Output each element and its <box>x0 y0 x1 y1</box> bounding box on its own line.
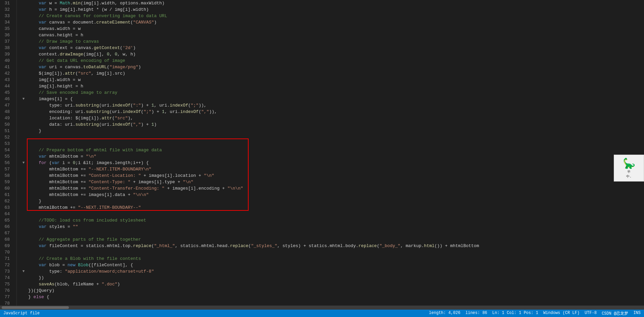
editor-container: 3132333435363738394041424344454647484950… <box>0 0 644 317</box>
status-bar: JavaScript file length: 4,026 lines: 86 … <box>0 310 644 317</box>
line-numbers: 3132333435363738394041424344454647484950… <box>0 0 17 306</box>
code-text <box>27 134 31 141</box>
lines-info: lines: 86 <box>465 311 487 316</box>
code-text: var canvas = document.createElement("CAN… <box>27 19 157 26</box>
line-number: 37 <box>0 38 12 45</box>
line-number: 31 <box>0 0 12 6</box>
code-text: canvas.width = w <box>27 26 81 32</box>
line-number: 65 <box>0 217 12 224</box>
code-line: mhtmlBottom += images[i].data + "\n\n" <box>20 192 644 198</box>
line-number: 48 <box>0 109 12 115</box>
line-number: 41 <box>0 64 12 70</box>
code-text: })(jQuery) <box>27 287 54 294</box>
code-line: var w = Math.min(img[i].width, options.m… <box>20 0 644 6</box>
code-line: //TODO: load css from included styleshee… <box>20 217 644 224</box>
code-line: canvas.width = w <box>20 26 644 32</box>
fold-gutter[interactable]: ▼ <box>20 96 27 102</box>
horizontal-scrollbar[interactable] <box>0 306 644 310</box>
line-number: 32 <box>0 6 12 13</box>
line-number: 54 <box>0 147 12 153</box>
code-text: saveAs(blob, fileName + ".doc") <box>27 281 120 287</box>
line-number: 35 <box>0 26 12 32</box>
length-info: length: 4,026 <box>429 311 461 316</box>
code-line <box>20 211 644 217</box>
encoding: UTF-8 <box>585 311 597 316</box>
code-line: mhtmlBottom += "Content-Type: " + images… <box>20 179 644 185</box>
code-line: var mhtmlBottom = "\n" <box>20 153 644 160</box>
code-line <box>20 300 644 306</box>
line-number: 76 <box>0 287 12 294</box>
code-line: img[i].width = w <box>20 77 644 83</box>
code-text: var styles = "" <box>27 224 78 230</box>
code-text: type: "application/msword;charset=utf-8" <box>27 268 154 275</box>
fold-gutter[interactable]: ▼ <box>20 160 27 166</box>
line-number: 57 <box>0 166 12 172</box>
dino-text: 半 中. <box>626 170 632 179</box>
line-number: 67 <box>0 230 12 236</box>
code-text: canvas.height = h <box>27 32 83 38</box>
code-line: mhtmlBottom += "--NEXT.ITEM-BOUNDARY--" <box>20 204 644 211</box>
ins-mode: INS <box>633 311 641 316</box>
scrollbar-thumb[interactable] <box>2 306 69 309</box>
code-text <box>27 211 31 217</box>
code-line: // Prepare bottom of mhtml file with ima… <box>20 147 644 153</box>
code-text <box>27 249 31 255</box>
line-number: 45 <box>0 89 12 96</box>
line-number: 70 <box>0 249 12 255</box>
dino-widget[interactable]: 🦕 半 中. <box>614 155 644 182</box>
code-text: // Create canvas for converting image to… <box>27 13 167 19</box>
code-line: var fileContent = statics.mhtml.top.repl… <box>20 243 644 249</box>
line-number: 56 <box>0 160 12 166</box>
line-number: 61 <box>0 192 12 198</box>
code-text: }) <box>27 275 44 281</box>
line-number: 46 <box>0 96 12 102</box>
code-text: mhtmlBottom += "--NEXT.ITEM-BOUNDARY\n" <box>27 166 152 172</box>
line-number: 62 <box>0 198 12 204</box>
line-number: 40 <box>0 57 12 64</box>
code-line <box>20 249 644 255</box>
code-line: img[i].height = h <box>20 83 644 89</box>
line-number: 52 <box>0 134 12 141</box>
code-text: // Save encoded image to array <box>27 89 117 96</box>
line-number: 53 <box>0 141 12 147</box>
code-text: var uri = canvas.toDataURL("image/png") <box>27 64 141 70</box>
line-number: 73 <box>0 268 12 275</box>
line-number: 78 <box>0 300 12 306</box>
code-text: mhtmlBottom += "Content-Transfer-Encodin… <box>27 185 243 192</box>
code-text: // Draw image to canvas <box>27 38 99 45</box>
code-line: // Draw image to canvas <box>20 38 644 45</box>
code-line: canvas.height = h <box>20 32 644 38</box>
code-text: mhtmlBottom += "Content-Location: " + im… <box>27 172 214 179</box>
line-number: 68 <box>0 236 12 243</box>
code-line: })(jQuery) <box>20 287 644 294</box>
code-line: var styles = "" <box>20 224 644 230</box>
line-number: 66 <box>0 224 12 230</box>
code-line: type: uri.substring(uri.indexOf(":") + 1… <box>20 102 644 109</box>
status-right: length: 4,026 lines: 86 Ln: 1 Col: 1 Pos… <box>429 311 641 316</box>
code-text: // Aggregate parts of the file together <box>27 236 141 243</box>
code-text: var blob = new Blob([fileContent], { <box>27 262 133 268</box>
line-number: 74 <box>0 275 12 281</box>
line-number: 59 <box>0 179 12 185</box>
line-number: 42 <box>0 70 12 77</box>
fold-gutter[interactable]: ▼ <box>20 268 27 275</box>
code-content[interactable]: var w = Math.min(img[i].width, options.m… <box>17 0 644 306</box>
line-number: 43 <box>0 77 12 83</box>
code-text: // Get data URL encoding of image <box>27 57 125 64</box>
code-line: ▼ for (var i = 0;i &lt; images.length;i+… <box>20 160 644 166</box>
line-number: 72 <box>0 262 12 268</box>
code-line: } else { <box>20 294 644 300</box>
line-number: 77 <box>0 294 12 300</box>
code-text: data: uri.substring(uri.indexOf(",") + 1… <box>27 121 157 128</box>
line-number: 36 <box>0 32 12 38</box>
code-line: mhtmlBottom += "--NEXT.ITEM-BOUNDARY\n" <box>20 166 644 172</box>
code-line: // Create canvas for converting image to… <box>20 13 644 19</box>
code-text: // Prepare bottom of mhtml file with ima… <box>27 147 162 153</box>
code-line: ▼ type: "application/msword;charset=utf-… <box>20 268 644 275</box>
code-line: location: $(img[i]).attr("src"), <box>20 115 644 121</box>
line-number: 38 <box>0 45 12 51</box>
dino-line2: 中. <box>626 175 632 179</box>
line-number: 55 <box>0 153 12 160</box>
code-text: // Create a Blob with the file contents <box>27 255 141 262</box>
code-line: data: uri.substring(uri.indexOf(",") + 1… <box>20 121 644 128</box>
